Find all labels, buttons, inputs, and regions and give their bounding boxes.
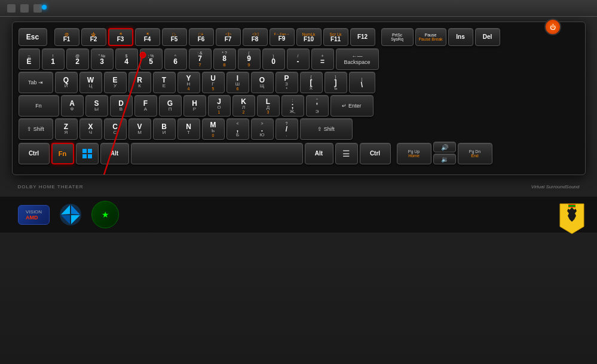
key-minus[interactable]: / - xyxy=(287,48,310,70)
brand-windows7: Windows 7 xyxy=(56,200,85,230)
key-e[interactable]: E У xyxy=(104,72,127,93)
key-pgup[interactable]: Pg Up Home xyxy=(397,143,431,164)
svg-point-7 xyxy=(60,204,81,225)
key-lbracket[interactable]: { [ Х xyxy=(300,72,323,93)
key-slash[interactable]: ? / . xyxy=(275,118,298,140)
key-left-alt[interactable]: Alt xyxy=(100,143,129,164)
key-4[interactable]: $ 4 xyxy=(115,48,138,70)
key-j[interactable]: J О 1 xyxy=(208,95,231,117)
key-d[interactable]: D В xyxy=(110,95,133,117)
key-q[interactable]: Q Й xyxy=(55,72,78,93)
key-y[interactable]: Y Н 4 xyxy=(177,72,200,93)
key-r[interactable]: R К xyxy=(128,72,151,93)
key-w[interactable]: W Ц xyxy=(79,72,102,93)
key-left-shift[interactable]: ⇧ Shift xyxy=(19,118,53,140)
qwerty-row: Tab ⇥ Q Й W Ц E У R К T Е Y xyxy=(19,72,579,93)
key-right-alt[interactable]: Alt xyxy=(305,143,333,164)
key-del[interactable]: Del xyxy=(475,28,500,46)
key-quote[interactable]: " ' Э xyxy=(306,95,329,117)
key-o[interactable]: O Щ xyxy=(251,72,274,93)
key-f4[interactable]: ☀ F4 xyxy=(135,28,160,46)
key-5[interactable]: ; % 5 xyxy=(140,48,163,70)
key-m[interactable]: M Ь 0 xyxy=(202,118,225,140)
key-f11[interactable]: Scr Lk F11 xyxy=(323,28,348,46)
key-p[interactable]: P З * xyxy=(275,72,298,93)
key-prtsc[interactable]: PrtSc SysRq xyxy=(381,28,414,46)
key-esc[interactable]: Esc xyxy=(19,28,47,46)
key-1[interactable]: ! 1 xyxy=(42,48,65,70)
key-f10[interactable]: NumLk F10 xyxy=(296,28,322,46)
branding-row: VISION AMD Windows 7 ★ xyxy=(0,197,597,233)
brand-energy-star: ★ xyxy=(91,201,119,228)
key-b[interactable]: B И xyxy=(153,118,176,140)
key-right-ctrl[interactable]: Ctrl xyxy=(360,143,391,164)
key-s[interactable]: S Ы xyxy=(85,95,108,117)
key-n[interactable]: N Т xyxy=(177,118,200,140)
key-h[interactable]: H Р xyxy=(183,95,206,117)
laptop-bottom-bar: DOLBY HOME THEATER Virtual SurroundSound xyxy=(12,176,586,194)
key-9[interactable]: ( 9 9 xyxy=(238,48,261,70)
key-f3[interactable]: ☀ F3 xyxy=(108,28,133,46)
key-2[interactable]: @ 2 xyxy=(66,48,89,70)
key-g[interactable]: G П xyxy=(159,95,182,117)
key-semicolon[interactable]: : ; Ж, xyxy=(281,95,304,117)
key-f1[interactable]: @ F1 xyxy=(54,28,79,46)
key-backslash[interactable]: | \ xyxy=(349,72,375,93)
power-button[interactable]: ⏻ xyxy=(544,19,561,35)
key-menu[interactable]: ☰ xyxy=(335,143,358,164)
key-u[interactable]: U Г 5 xyxy=(202,72,225,93)
key-caps-lock[interactable]: Fn xyxy=(19,95,59,117)
key-7[interactable]: : & 7 7 xyxy=(189,48,212,70)
key-period[interactable]: > . Ю xyxy=(251,118,274,140)
key-ins[interactable]: Ins xyxy=(448,28,473,46)
key-left-ctrl[interactable]: Ctrl xyxy=(19,143,50,164)
key-l[interactable]: L Д 3 xyxy=(257,95,280,117)
key-pause[interactable]: Pause Pause Break xyxy=(415,28,446,46)
key-f[interactable]: F А xyxy=(134,95,157,117)
top-icon-1 xyxy=(7,4,16,13)
key-f12[interactable]: F12 xyxy=(350,28,375,46)
key-f6[interactable]: □+ F6 xyxy=(189,28,214,46)
key-space[interactable] xyxy=(131,143,303,164)
key-c[interactable]: C С xyxy=(104,118,127,140)
key-a[interactable]: A Ф xyxy=(61,95,84,117)
key-rbracket[interactable]: } ] Ъ xyxy=(324,72,347,93)
key-k[interactable]: K Л 2 xyxy=(232,95,255,117)
key-6[interactable]: ^ 6 xyxy=(164,48,187,70)
key-f9[interactable]: F←Fan→ F9 xyxy=(270,28,295,46)
svg-rect-2 xyxy=(82,154,87,158)
key-tab[interactable]: Tab ⇥ xyxy=(19,72,53,93)
key-f2[interactable]: ⏻ F2 xyxy=(81,28,106,46)
key-fn[interactable]: Fn xyxy=(51,143,74,164)
key-z[interactable]: Z Я xyxy=(55,118,78,140)
key-backspace[interactable]: ←— Backspace xyxy=(336,48,379,70)
laptop-top-bar xyxy=(0,0,597,17)
key-enter[interactable]: ↵ Enter xyxy=(330,95,373,117)
key-equals[interactable]: + = xyxy=(311,48,334,70)
key-f8[interactable]: ◁◁ F8 xyxy=(243,28,268,46)
key-comma[interactable]: < , Б xyxy=(226,118,249,140)
ctrl-row: Ctrl Fn Alt Alt xyxy=(19,142,579,164)
key-pgdn[interactable]: Pg Dn End xyxy=(458,143,492,164)
key-0[interactable]: ) 0 xyxy=(262,48,285,70)
key-v[interactable]: V М xyxy=(128,118,151,140)
ferrari-logo xyxy=(559,203,585,237)
key-x[interactable]: X Ч xyxy=(79,118,102,140)
key-3[interactable]: " № 3 xyxy=(91,48,114,70)
top-icon-2 xyxy=(20,4,29,13)
key-up[interactable]: 🔊 xyxy=(433,142,456,152)
key-i[interactable]: I Ш 6 xyxy=(226,72,249,93)
key-f7[interactable]: ◁▷ F7 xyxy=(216,28,241,46)
key-right-shift[interactable]: ⇧ Shift xyxy=(300,118,353,140)
key-f5[interactable]: □- F5 xyxy=(162,28,187,46)
top-icon-3 xyxy=(33,4,42,13)
key-t[interactable]: T Е xyxy=(153,72,176,93)
key-8[interactable]: * ? 8 8 xyxy=(213,48,236,70)
led-indicator xyxy=(42,5,47,10)
asdf-row: Fn A Ф S Ы D В F А G П H xyxy=(19,95,579,117)
key-down[interactable]: 🔉 xyxy=(433,154,456,164)
key-tilde[interactable]: ~ Ё xyxy=(19,48,40,70)
number-key-row: ~ Ё ! 1 @ 2 " № 3 $ 4 ; % 5 xyxy=(19,48,579,70)
fn-key-row: Esc @ F1 ⏻ F2 ☀ F3 ☀ F4 □- F5 xyxy=(19,28,579,46)
key-win[interactable] xyxy=(76,143,99,164)
